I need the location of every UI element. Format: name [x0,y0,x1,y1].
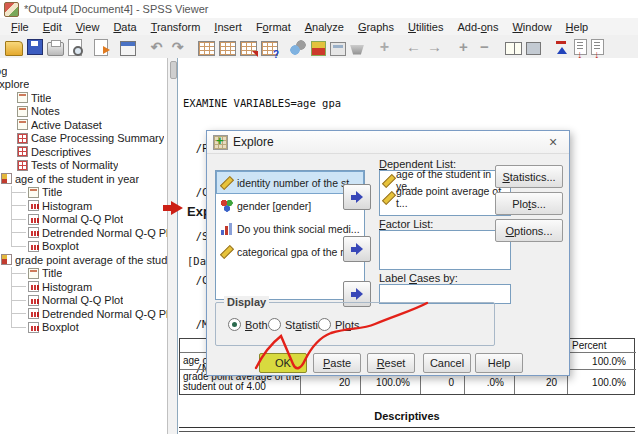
app-icon [4,2,19,17]
sort-icon[interactable] [553,39,570,56]
help-button[interactable]: Help [475,353,523,373]
label-cases-field[interactable] [379,284,511,304]
outline-item-descriptives[interactable]: Descriptives [0,145,167,159]
menu-insert[interactable]: Insert [207,20,249,34]
outline-item-gpa-section[interactable]: grade point average of the student [0,253,167,267]
table-icon [17,133,28,144]
outline-item-case-processing[interactable]: Case Processing Summary [0,132,167,146]
output-window-icon[interactable] [330,42,346,56]
outline-item-age-qq[interactable]: Normal Q-Q Plot [0,213,167,227]
use-sets-icon[interactable] [261,41,278,56]
variable-item[interactable]: categorical gpa of the r... [216,240,364,263]
move-to-factor-button[interactable] [343,236,371,262]
notes-icon [17,106,28,117]
insert-heading-icon[interactable] [574,39,587,55]
outline-item-age-histogram[interactable]: Histogram [0,199,167,213]
open-icon[interactable] [5,41,23,56]
spss-viewer-window: *Output4 [Document4] - SPSS Viewer File … [0,0,638,434]
menu-format[interactable]: Format [249,20,298,34]
charts-icon[interactable] [290,39,307,56]
chart-icon [28,295,39,306]
table-header-percent: Percent [567,339,636,353]
hide-icon[interactable] [526,42,541,55]
menu-analyze[interactable]: Analyze [298,20,351,34]
outline-item-gpa-boxplot[interactable]: Boxplot [0,321,167,335]
outline-item-age-section[interactable]: age of the student in year [0,172,167,186]
plots-button[interactable]: Plots... [495,192,563,215]
dependent-list[interactable]: age of the student in ye... grade point … [379,170,511,216]
scale-icon [220,245,233,258]
basket-icon[interactable] [350,45,364,55]
redo-icon[interactable]: ↷ [169,39,186,56]
dialog-title-bar[interactable]: Explore × [207,131,569,154]
table-icon [17,160,28,171]
outline-item-gpa-qq[interactable]: Normal Q-Q Plot [0,294,167,308]
promote-icon[interactable]: + [455,39,472,56]
variable-item[interactable]: Do you think social medi... [216,217,364,240]
outline-item-title[interactable]: Title [0,91,167,105]
outline-item-notes[interactable]: Notes [0,105,167,119]
reset-button[interactable]: Reset [367,353,415,373]
radio-plots[interactable]: Plots [318,318,359,331]
goto-data-icon[interactable] [198,41,215,56]
menu-utilities[interactable]: Utilities [401,20,450,34]
table-cell: 100.0% [567,370,636,394]
chart-icon [28,227,39,238]
menu-file[interactable]: File [4,20,36,34]
statistics-button[interactable]: Statistics... [495,165,563,188]
outline-item-tests-normality[interactable]: Tests of Normality [0,159,167,173]
outline-item-log[interactable]: Log [0,64,167,78]
menu-help[interactable]: Help [559,20,596,34]
outline-item-age-detrended[interactable]: Detrended Normal Q-Q Plot [0,226,167,240]
menu-transform[interactable]: Transform [144,20,208,34]
menu-graphs[interactable]: Graphs [351,20,401,34]
outline-item-active-dataset[interactable]: Active Dataset [0,118,167,132]
save-icon[interactable] [27,39,43,55]
outline-item-explore[interactable]: Explore [0,78,167,92]
splitter-handle[interactable] [170,61,177,79]
close-button[interactable]: × [537,131,569,153]
outline-item-gpa-histogram[interactable]: Histogram [0,280,167,294]
cancel-button[interactable]: Cancel [423,353,471,373]
radio-icon [318,318,331,331]
variable-item[interactable]: gender [gender] [216,194,364,217]
insert-text-icon[interactable] [591,39,604,55]
options-button[interactable]: Options... [495,219,563,242]
dependent-item[interactable]: grade point average of t... [380,188,510,205]
insert-icon[interactable]: + [376,39,393,56]
ok-button[interactable]: OK [259,353,307,373]
print-icon[interactable] [47,42,64,56]
variable-item[interactable]: identity number of the st... [216,171,364,194]
run-script-icon[interactable] [311,41,326,56]
outline-item-gpa-detrended[interactable]: Detrended Normal Q-Q Plot [0,307,167,321]
menu-data[interactable]: Data [106,20,143,34]
previous-output-icon[interactable]: ← [405,39,422,56]
paste-button[interactable]: Paste [313,353,361,373]
goto-case-icon[interactable] [219,41,236,56]
dataset-icon [17,119,28,130]
undo-icon[interactable]: ↶ [148,39,165,56]
menu-add-ons[interactable]: Add-ons [450,20,505,34]
print-preview-icon[interactable] [68,39,82,56]
next-output-icon[interactable]: → [426,39,443,56]
demote-icon[interactable]: − [476,39,493,56]
outline-item-gpa-title[interactable]: Title [0,267,167,281]
close-icon: × [549,134,557,150]
recall-dialogs-icon[interactable] [120,41,136,56]
chart-icon [28,281,39,292]
outline-item-age-title[interactable]: Title [0,186,167,200]
factor-list[interactable] [379,230,511,270]
export-icon[interactable] [94,39,108,56]
table-border [179,431,635,432]
show-icon[interactable] [505,42,522,55]
outline-item-age-boxplot[interactable]: Boxplot [0,240,167,254]
insert-variables-icon[interactable] [240,41,257,56]
menu-view[interactable]: View [69,20,107,34]
menu-edit[interactable]: Edit [36,20,69,34]
title-bar: *Output4 [Document4] - SPSS Viewer [0,0,638,18]
pane-splitter[interactable] [168,58,177,434]
menu-window[interactable]: Window [505,20,558,34]
radio-both[interactable]: Both [228,318,268,331]
move-to-dependent-button[interactable] [343,184,371,210]
title-doc-icon [28,187,39,198]
